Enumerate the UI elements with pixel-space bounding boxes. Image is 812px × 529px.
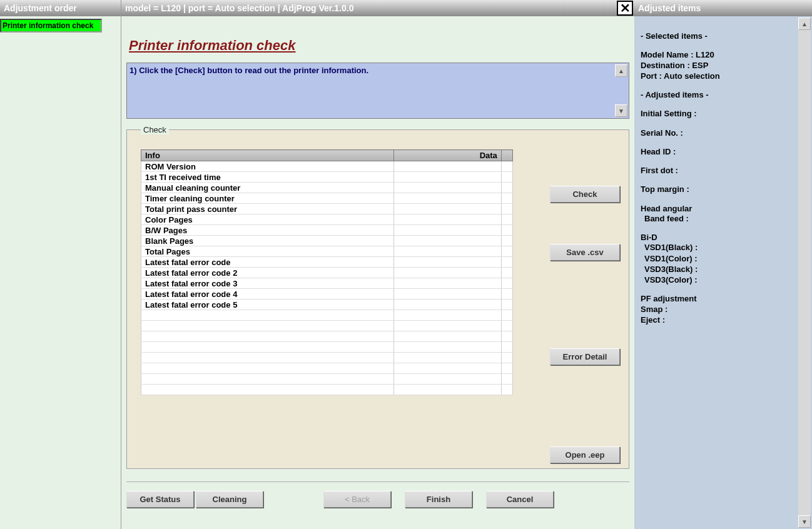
destination: Destination : ESP [641, 61, 806, 71]
instruction-scroll-down[interactable]: ▼ [615, 104, 627, 117]
get-status-button[interactable]: Get Status [126, 491, 194, 508]
instruction-scroll-up[interactable]: ▲ [615, 64, 627, 77]
back-button[interactable]: < Back [323, 491, 391, 508]
table-row[interactable]: Latest fatal error code 2 [141, 268, 513, 278]
table-cell-spacer [501, 374, 512, 385]
table-row[interactable]: Total print pass counter [141, 204, 513, 214]
bi-d: Bi-D [641, 233, 806, 243]
table-row[interactable]: 1st TI received time [141, 172, 513, 183]
table-cell-data [394, 289, 502, 300]
table-header-info[interactable]: Info [141, 150, 394, 161]
model-name: Model Name : L120 [641, 50, 806, 60]
table-row[interactable]: Latest fatal error code 3 [141, 278, 513, 289]
right-body: - Selected items - Model Name : L120 Des… [634, 16, 812, 332]
table-row[interactable] [141, 342, 513, 353]
table-row[interactable]: Timer cleaning counter [141, 193, 513, 204]
table-row[interactable] [141, 310, 513, 321]
table-row[interactable]: Manual cleaning counter [141, 183, 513, 193]
vsd1-black: VSD1(Black) : [641, 243, 806, 253]
table-row[interactable]: Blank Pages [141, 236, 513, 246]
right-scroll-up[interactable]: ▲ [798, 18, 811, 30]
table-cell-info: Manual cleaning counter [141, 183, 394, 193]
error-detail-button[interactable]: Error Detail [550, 348, 620, 365]
right-scrollbar[interactable]: ▲ ▼ [798, 18, 811, 528]
check-legend: Check [141, 125, 169, 134]
center-header: model = L120 | port = Auto selection | A… [121, 0, 634, 16]
band-feed: Band feed : [641, 214, 806, 224]
table-row[interactable]: Latest fatal error code [141, 257, 513, 268]
table-cell-data [394, 246, 502, 257]
smap: Smap : [641, 305, 806, 315]
table-cell-spacer [501, 363, 512, 374]
table-row[interactable] [141, 374, 513, 385]
table-row[interactable]: ROM Version [141, 161, 513, 172]
table-cell-info: 1st TI received time [141, 172, 394, 183]
table-row[interactable] [141, 363, 513, 374]
table-cell-spacer [501, 300, 512, 310]
chevron-up-icon: ▲ [801, 21, 808, 28]
table-row[interactable] [141, 331, 513, 342]
table-cell-spacer [501, 236, 512, 246]
table-row[interactable]: B/W Pages [141, 225, 513, 236]
save-csv-button[interactable]: Save .csv [550, 244, 620, 261]
table-cell-spacer [501, 193, 512, 204]
check-button[interactable]: Check [550, 186, 620, 203]
instruction-text: 1) Click the [Check] button to read out … [129, 66, 368, 75]
table-cell-spacer [501, 289, 512, 300]
table-cell-data [394, 183, 502, 193]
table-cell-data [394, 172, 502, 183]
table-cell-data [394, 278, 502, 289]
first-dot: First dot : [641, 166, 806, 176]
table-cell-info [141, 374, 394, 385]
table-cell-info: Latest fatal error code 5 [141, 300, 394, 310]
table-cell-spacer [501, 172, 512, 183]
center-panel: model = L120 | port = Auto selection | A… [121, 0, 634, 529]
top-margin: Top margin : [641, 184, 806, 194]
right-header: Adjusted items [634, 0, 812, 16]
table-row[interactable]: Latest fatal error code 4 [141, 289, 513, 300]
table-cell-data [394, 225, 502, 236]
table-cell-info [141, 310, 394, 321]
table-cell-info: Latest fatal error code 2 [141, 268, 394, 278]
table-cell-info [141, 385, 394, 395]
table-row[interactable] [141, 353, 513, 363]
table-row[interactable] [141, 321, 513, 331]
vsd3-black: VSD3(Black) : [641, 264, 806, 275]
table-cell-info: ROM Version [141, 161, 394, 172]
chevron-up-icon: ▲ [618, 68, 624, 74]
open-eep-button[interactable]: Open .eep [550, 446, 620, 463]
table-row[interactable] [141, 385, 513, 395]
table-header-data[interactable]: Data [394, 150, 502, 161]
table-cell-data [394, 374, 502, 385]
sidebar-item-printer-info-check[interactable]: Printer information check [0, 19, 102, 33]
instruction-box: 1) Click the [Check] button to read out … [126, 63, 629, 119]
table-cell-data [394, 321, 502, 331]
table-cell-data [394, 353, 502, 363]
left-title: Adjustment order [4, 3, 77, 13]
table-cell-info [141, 331, 394, 342]
table-cell-data [394, 331, 502, 342]
table-cell-info [141, 363, 394, 374]
left-panel: Adjustment order Printer information che… [0, 0, 121, 529]
bottom-bar: Get Status Cleaning < Back Finish Cancel [126, 481, 629, 508]
table-cell-info [141, 321, 394, 331]
table-cell-spacer [501, 342, 512, 353]
finish-button[interactable]: Finish [405, 491, 472, 508]
right-scroll-down[interactable]: ▼ [798, 515, 811, 528]
close-button[interactable]: ✕ [617, 1, 633, 16]
table-row[interactable]: Color Pages [141, 214, 513, 225]
table-cell-info: Total print pass counter [141, 204, 394, 214]
cancel-button[interactable]: Cancel [486, 491, 554, 508]
vsd1-color: VSD1(Color) : [641, 254, 806, 264]
cleaning-button[interactable]: Cleaning [196, 491, 263, 508]
check-fieldset: Check Info Data ROM Version1st TI receiv… [126, 125, 629, 469]
table-cell-spacer [501, 214, 512, 225]
table-cell-spacer [501, 321, 512, 331]
table-cell-info: Latest fatal error code [141, 257, 394, 268]
table-cell-info [141, 342, 394, 353]
table-row[interactable]: Latest fatal error code 5 [141, 300, 513, 310]
table-row[interactable]: Total Pages [141, 246, 513, 257]
table-cell-info: Blank Pages [141, 236, 394, 246]
initial-setting: Initial Setting : [641, 109, 806, 119]
info-table: Info Data ROM Version1st TI received tim… [141, 149, 513, 395]
